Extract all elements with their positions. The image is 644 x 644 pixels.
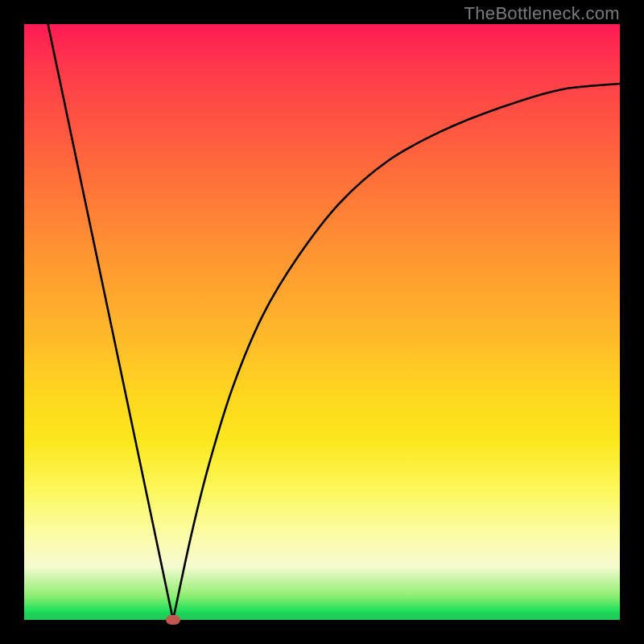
curve-path <box>48 24 620 620</box>
watermark-text: TheBottleneck.com <box>464 3 620 24</box>
chart-frame: TheBottleneck.com <box>0 0 644 644</box>
bottleneck-curve <box>24 24 620 620</box>
plot-area <box>24 24 620 620</box>
minimum-marker <box>166 615 180 625</box>
